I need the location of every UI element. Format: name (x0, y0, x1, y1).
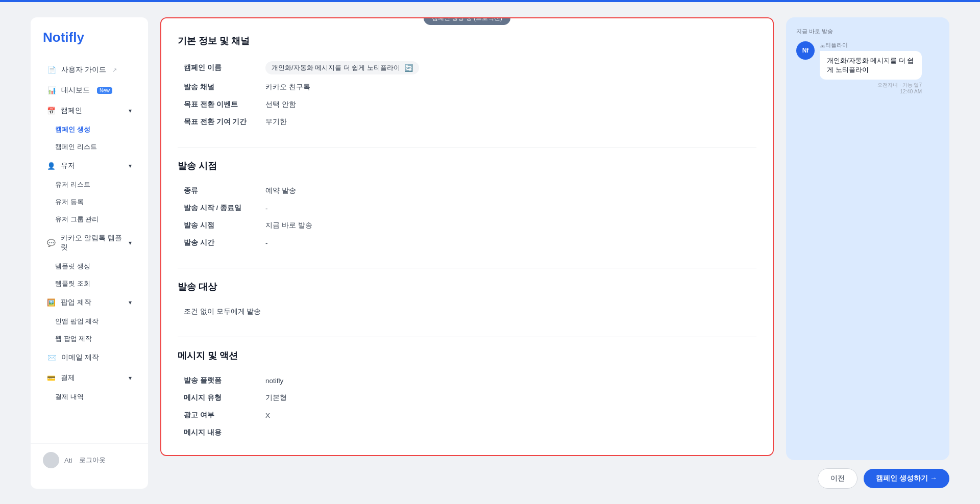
ad-value: X (259, 407, 756, 424)
table-row: 발송 시간 - (178, 234, 756, 251)
chevron-down-icon: ▾ (129, 107, 132, 114)
target-value: 조건 없이 모두에게 발송 (178, 303, 756, 320)
preview-card: 지금 바로 발송 Nf 노티플라이 개인화/자동화 메시지를 더 쉽게 노티플라… (786, 17, 949, 460)
table-row: 발송 채널 카카오 친구톡 (178, 79, 756, 96)
preview-panel: 지금 바로 발송 Nf 노티플라이 개인화/자동화 메시지를 더 쉽게 노티플라… (786, 17, 949, 489)
section3-title: 발송 대상 (178, 281, 756, 293)
preview-sender: 노티플라이 (820, 41, 922, 49)
campaign-name-value: 개인화/자동화 메시지를 더 쉽게 노티플라이 🔄 (265, 61, 419, 74)
preview-message: Nf 노티플라이 개인화/자동화 메시지를 더 쉽게 노티플라이 오전자녀 · … (796, 41, 939, 94)
chevron-down-icon: ▾ (129, 162, 132, 169)
target-period-value: 무기한 (259, 113, 756, 131)
message-type-value: 기본형 (259, 389, 756, 407)
start-end-label: 발송 시작 / 종료일 (178, 199, 259, 217)
preview-bubble-wrapper: 노티플라이 개인화/자동화 메시지를 더 쉽게 노티플라이 오전자녀 · 가능 … (820, 41, 922, 94)
sidebar-item-template-view[interactable]: 템플릿 조회 (31, 275, 148, 292)
chevron-down-icon: ▾ (129, 299, 132, 306)
sidebar-item-email[interactable]: ✉️ 이메일 제작 (35, 348, 144, 367)
send-time-value: 지금 바로 발송 (259, 217, 756, 234)
platform-value: notifly (259, 372, 756, 389)
payment-icon: 💳 (47, 374, 56, 382)
start-end-value: - (259, 199, 756, 217)
message-type-label: 메시지 유형 (178, 389, 259, 407)
username-label: Ati (64, 457, 72, 464)
timing-table: 종류 예약 발송 발송 시작 / 종료일 - 발송 시점 지금 바로 발송 발송… (178, 182, 756, 251)
table-row: 메시지 내용 (178, 424, 756, 441)
chevron-down-icon: ▾ (129, 239, 132, 246)
table-row: 목표 전환 이벤트 선택 안함 (178, 96, 756, 113)
sidebar-section-kakao[interactable]: 💬 카카오 알림톡 템플릿 ▾ (35, 229, 144, 257)
send-channel-value: 카카오 친구톡 (259, 79, 756, 96)
dashboard-icon: 📊 (47, 86, 56, 95)
send-channel-label: 발송 채널 (178, 79, 259, 96)
sidebar-section-user[interactable]: 👤 유저 ▾ (35, 156, 144, 175)
chat-icon: 💬 (47, 239, 56, 247)
table-row: 캠페인 이름 개인화/자동화 메시지를 더 쉽게 노티플라이 🔄 (178, 57, 756, 79)
campaign-name-label: 캠페인 이름 (178, 57, 259, 79)
target-event-value: 선택 안함 (259, 96, 756, 113)
type-value: 예약 발송 (259, 182, 756, 199)
basic-info-table: 캠페인 이름 개인화/자동화 메시지를 더 쉽게 노티플라이 🔄 발송 채널 카… (178, 57, 756, 131)
create-campaign-button[interactable]: 캠페인 생성하기 → (864, 469, 949, 488)
section2-title: 발송 시점 (178, 160, 756, 172)
preview-time: 오전자녀 · 가능 일712:40 AM (820, 82, 922, 94)
message-content-label: 메시지 내용 (178, 424, 259, 441)
table-row: 목표 전환 기여 기간 무기한 (178, 113, 756, 131)
sidebar-item-dashboard[interactable]: 📊 대시보드 New (35, 81, 144, 100)
logout-button[interactable]: 로그아웃 (79, 456, 106, 465)
sidebar-item-payment-history[interactable]: 결제 내역 (31, 388, 148, 406)
popup-icon: 🖼️ (47, 298, 56, 307)
target-event-label: 목표 전환 이벤트 (178, 96, 259, 113)
table-row: 메시지 유형 기본형 (178, 389, 756, 407)
chevron-down-icon: ▾ (129, 374, 132, 382)
message-table: 발송 플랫폼 notifly 메시지 유형 기본형 광고 여부 X 메시지 내용 (178, 372, 756, 441)
sidebar-footer: Ati 로그아웃 (31, 443, 148, 476)
sidebar: Notifly 📄 사용자 가이드 ↗ 📊 대시보드 New 📅 캠페인 ▾ 캠… (31, 17, 148, 489)
campaign-icon: 📅 (47, 107, 56, 115)
table-row: 발송 시점 지금 바로 발송 (178, 217, 756, 234)
sidebar-item-campaign-list[interactable]: 캠페인 리스트 (31, 138, 148, 156)
logo: Notifly (31, 30, 148, 60)
section4-title: 메시지 및 액션 (178, 349, 756, 362)
target-period-label: 목표 전환 기여 기간 (178, 113, 259, 131)
send-hour-label: 발송 시간 (178, 234, 259, 251)
form-panel: 캠페인 생성 중 (프로덕션) 기본 정보 및 채널 캠페인 이름 개인화/자동… (160, 17, 774, 456)
email-icon: ✉️ (47, 353, 56, 362)
type-label: 종류 (178, 182, 259, 199)
sidebar-item-template-create[interactable]: 템플릿 생성 (31, 258, 148, 275)
send-time-label: 발송 시점 (178, 217, 259, 234)
table-row: 발송 플랫폼 notifly (178, 372, 756, 389)
preview-bubble: 개인화/자동화 메시지를 더 쉽게 노티플라이 (820, 51, 922, 80)
divider (178, 147, 756, 147)
bottom-actions: 이전 캠페인 생성하기 → (786, 468, 949, 489)
table-row: 발송 시작 / 종료일 - (178, 199, 756, 217)
table-row: 종류 예약 발송 (178, 182, 756, 199)
sidebar-item-inapp-popup[interactable]: 인앱 팝업 제작 (31, 313, 148, 330)
campaign-status-badge: 캠페인 생성 중 (프로덕션) (424, 17, 510, 25)
sidebar-item-user-list[interactable]: 유저 리스트 (31, 176, 148, 193)
sidebar-item-user-register[interactable]: 유저 등록 (31, 193, 148, 211)
sidebar-item-campaign-create[interactable]: 캠페인 생성 (31, 121, 148, 138)
document-icon: 📄 (47, 65, 56, 74)
divider (178, 337, 756, 337)
divider (178, 268, 756, 268)
sidebar-section-payment[interactable]: 💳 결제 ▾ (35, 368, 144, 388)
sidebar-item-user-guide[interactable]: 📄 사용자 가이드 ↗ (35, 60, 144, 80)
section1-title: 기본 정보 및 채널 (178, 35, 756, 47)
platform-label: 발송 플랫폼 (178, 372, 259, 389)
user-icon: 👤 (47, 162, 56, 170)
main-content: 캠페인 생성 중 (프로덕션) 기본 정보 및 채널 캠페인 이름 개인화/자동… (160, 17, 949, 489)
preview-label: 지금 바로 발송 (796, 28, 939, 35)
copy-icon[interactable]: 🔄 (404, 64, 413, 72)
prev-button[interactable]: 이전 (818, 468, 857, 489)
table-row: 광고 여부 X (178, 407, 756, 424)
avatar (43, 452, 59, 468)
send-hour-value: - (259, 234, 756, 251)
sidebar-section-popup[interactable]: 🖼️ 팝업 제작 ▾ (35, 293, 144, 312)
sidebar-item-user-group[interactable]: 유저 그룹 관리 (31, 211, 148, 228)
ad-label: 광고 여부 (178, 407, 259, 424)
sidebar-section-campaign[interactable]: 📅 캠페인 ▾ (35, 101, 144, 120)
external-icon: ↗ (112, 67, 117, 73)
preview-avatar: Nf (796, 41, 815, 60)
sidebar-item-web-popup[interactable]: 웹 팝업 제작 (31, 330, 148, 347)
